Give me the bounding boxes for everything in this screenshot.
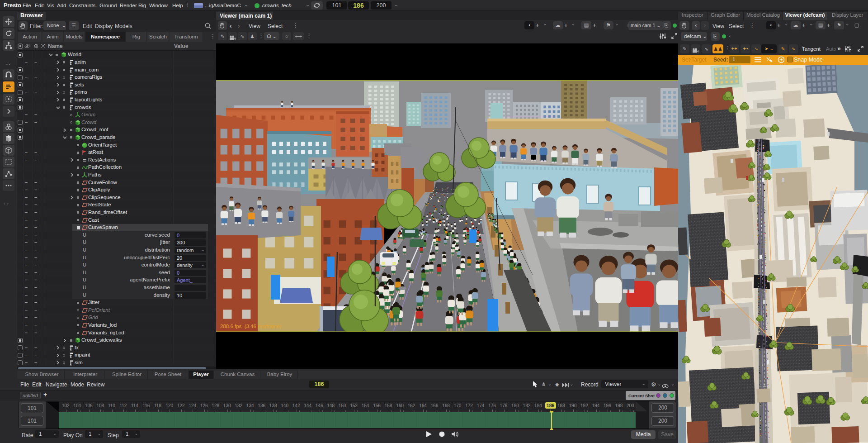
svg-text:288.6 fps (3.46 ms/frame): 288.6 fps (3.46 ms/frame) <box>220 324 281 329</box>
